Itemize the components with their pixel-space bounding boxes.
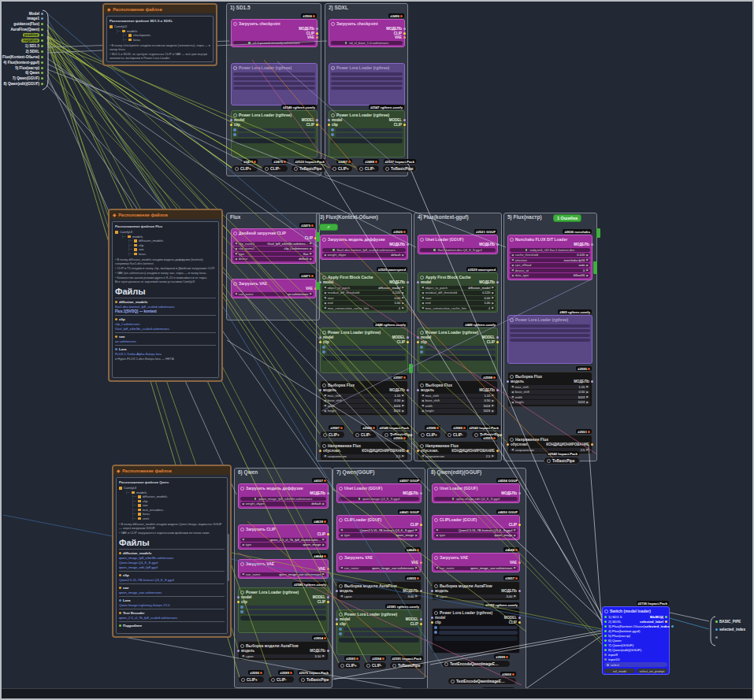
note-link[interactable]: FLUX.1-Turbo-Alpha 8steps lora bbox=[115, 352, 216, 356]
files-section-clip: clipclip_l.safetensorst5xxl_fp8_e4m3fn_s… bbox=[115, 315, 216, 331]
tree-branch: ├─ bbox=[122, 38, 127, 42]
section-dot bbox=[119, 574, 121, 576]
note-bullet: • В папку diffusion_models кладём модель… bbox=[115, 258, 216, 266]
section-dot bbox=[119, 552, 121, 554]
folder-name: checkpoints bbox=[133, 33, 150, 37]
folder-tree-row: ├─unet bbox=[119, 517, 225, 521]
note-header[interactable]: ◆Расположение файлов bbox=[104, 5, 216, 13]
note-bullet: • VAE и CLIP загружаются отдельными файл… bbox=[119, 531, 225, 535]
note-panel-2[interactable]: ◆Расположение файловРасположение файлов … bbox=[108, 209, 223, 382]
tree-branch: ├─ bbox=[116, 29, 121, 33]
files-section-label: clip bbox=[119, 573, 225, 577]
folder-name: loras bbox=[133, 38, 140, 42]
note-title: Расположение файлов Qwen bbox=[119, 480, 225, 484]
files-section-label: Text Encoder bbox=[119, 611, 225, 615]
folder-name: models bbox=[136, 491, 147, 494]
note-link[interactable]: t5xxl_fp8_e4m3fn_scaled.safetensors bbox=[115, 327, 216, 331]
tree-branch: ├─ bbox=[132, 512, 136, 516]
folder-icon bbox=[134, 239, 137, 243]
note-header-title: Расположение файлов bbox=[113, 7, 162, 12]
note-link[interactable]: qwen_image_edit_fp8.gguf bbox=[119, 565, 225, 569]
files-section-clip: clipQwen2.5-VL-7B-Instruct-Q3_K_S.gguf bbox=[119, 571, 225, 582]
section-name: clip bbox=[123, 573, 129, 577]
folder-icon bbox=[138, 500, 141, 503]
section-name: Подробнее bbox=[123, 624, 142, 628]
note-bullet: Все пути указаны от корневой папки устан… bbox=[115, 280, 216, 284]
files-section-label: Lora bbox=[119, 598, 225, 602]
note-body: Расположение файлов SD1.5 и SDXLComfyUI├… bbox=[106, 16, 214, 62]
folder-icon bbox=[134, 253, 137, 256]
section-name: Text Encoder bbox=[123, 611, 145, 615]
note-panel-3[interactable]: ◆Расположение файловРасположение файлов … bbox=[112, 465, 232, 638]
tree-branch: ├─ bbox=[132, 503, 136, 507]
folder-name: ComfyUI bbox=[124, 486, 136, 490]
folder-tree-row: ├─loras bbox=[115, 252, 216, 257]
note-scrollbar[interactable] bbox=[227, 534, 229, 581]
note-bullet: • В папку diffusion_models кладём модель… bbox=[119, 523, 225, 531]
folder-icon bbox=[138, 495, 141, 498]
files-section-label: Подробнее bbox=[119, 624, 225, 628]
node-graph-canvas[interactable]: 1) SD1.52) SDXLFlux3) Flux(Kontext-Обычн… bbox=[0, 0, 754, 700]
note-bullets: • В папку diffusion_models кладём модель… bbox=[115, 258, 216, 284]
folder-name: clip bbox=[139, 243, 143, 247]
notes-layer: ◆Расположение файловРасположение файлов … bbox=[2, 2, 752, 698]
note-collapse-icon[interactable]: ◆ bbox=[117, 469, 120, 473]
section-dot bbox=[115, 348, 117, 350]
folder-icon bbox=[134, 244, 137, 247]
folder-icon bbox=[119, 487, 122, 490]
folder-tree: ComfyUI├─models├─diffusion_models├─clip├… bbox=[119, 486, 225, 520]
files-section-label: diffusion_models bbox=[115, 300, 216, 304]
note-bullet: • VAE (ae.safetensors) кладём в папку va… bbox=[115, 272, 216, 276]
files-section-Подробнее: Подробнее bbox=[119, 621, 225, 628]
note-bullets: • В папку diffusion_models кладём модель… bbox=[119, 523, 225, 535]
section-dot bbox=[115, 301, 117, 303]
section-name: diffusion_models bbox=[119, 300, 147, 304]
tree-branch: ├─ bbox=[128, 247, 132, 251]
bottom-status-strip bbox=[2, 688, 752, 698]
section-name: Lora bbox=[119, 347, 127, 351]
tree-branch: ├─ bbox=[132, 494, 136, 498]
files-section-label: diffusion_models bbox=[119, 551, 225, 555]
files-section-vae: vaeqwen_image_vae.safetensors bbox=[119, 583, 225, 594]
folder-name: ComfyUI bbox=[120, 230, 132, 234]
note-collapse-icon[interactable]: ◆ bbox=[107, 7, 110, 12]
folder-name: models bbox=[127, 29, 138, 33]
files-heading: Файлы bbox=[119, 538, 225, 547]
section-dot bbox=[119, 612, 121, 614]
tree-branch: ├─ bbox=[128, 243, 132, 247]
folder-name: loras bbox=[143, 512, 150, 516]
folder-tree: ComfyUI├─models├─diffusion_models├─clip├… bbox=[115, 230, 216, 256]
note-bullet: • В папку checkpoints кладём основные мо… bbox=[110, 44, 210, 52]
note-header[interactable]: ◆Расположение файлов bbox=[113, 466, 230, 475]
folder-icon bbox=[138, 517, 141, 520]
note-body: Расположение файлов FluxComfyUI├─models├… bbox=[112, 221, 219, 378]
tree-branch: ├─ bbox=[128, 252, 132, 256]
folder-tree: ComfyUI├─models├─checkpoints├─loras bbox=[110, 24, 210, 42]
note-link[interactable]: Qwen-Image-Q4_K_S.gguf bbox=[119, 561, 225, 565]
note-link[interactable]: qwen_image_vae.safetensors bbox=[119, 591, 225, 594]
note-link[interactable]: qwen_2.5_vl_7b_fp8_scaled.safetensors bbox=[119, 616, 225, 620]
folder-name: loras bbox=[139, 252, 146, 256]
note-link[interactable]: clip_l.safetensors bbox=[115, 322, 216, 326]
note-panel-1[interactable]: ◆Расположение файловРасположение файлов … bbox=[102, 3, 217, 66]
folder-icon bbox=[134, 248, 137, 251]
tree-branch: ├─ bbox=[121, 235, 126, 239]
note-bullet: • CLIP и T5 кладём в папку clip, выбирае… bbox=[115, 267, 216, 271]
note-bullets: • В папку checkpoints кладём основные мо… bbox=[110, 44, 210, 61]
folder-icon bbox=[110, 25, 113, 28]
files-section-label: vae bbox=[115, 335, 216, 339]
note-link[interactable]: ae.safetensors bbox=[115, 339, 216, 343]
note-collapse-icon[interactable]: ◆ bbox=[113, 213, 116, 217]
tree-branch: ├─ bbox=[132, 499, 136, 503]
note-link[interactable]: Qwen2.5-VL-7B-Instruct-Q3_K_S.gguf bbox=[119, 578, 225, 582]
note-link[interactable]: flux1-dev-kontext_fp8_scaled.safetensors bbox=[115, 305, 216, 309]
section-name: clip bbox=[119, 317, 125, 321]
note-header-title: Расположение файлов bbox=[122, 469, 172, 473]
section-dot bbox=[119, 587, 121, 589]
folder-icon bbox=[138, 513, 141, 516]
section-name: diffusion_models bbox=[123, 551, 151, 555]
note-link[interactable]: Qwen-Image-Lightning-4steps-V1.0 bbox=[119, 603, 225, 607]
note-header[interactable]: ◆Расположение файлов bbox=[110, 210, 221, 219]
note-link[interactable]: qwen_image_fp8_e4m3fn.safetensors bbox=[119, 556, 225, 560]
folder-name: diffusion_models bbox=[143, 494, 167, 498]
